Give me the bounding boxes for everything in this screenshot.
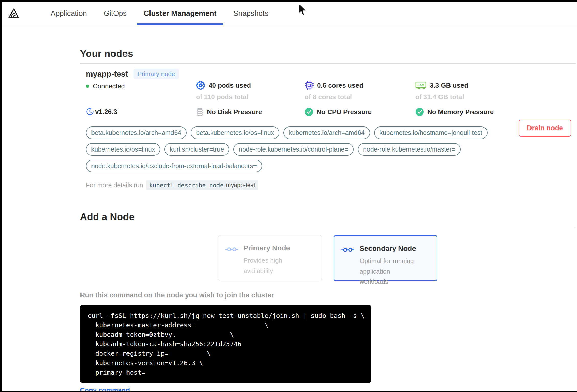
join-command-line: kubernetes-master-address= \: [88, 320, 369, 330]
disk-icon: [196, 108, 204, 116]
pods-stat: 40 pods used of 110 pods total: [196, 81, 305, 101]
join-command-block: curl -fsSL https://kurl.sh/jq-new-test-u…: [80, 305, 371, 383]
node-type-options: Primary Node Provides high availability: [80, 235, 576, 281]
tab-application[interactable]: Application: [44, 2, 94, 25]
tab-gitops[interactable]: GitOps: [97, 2, 133, 25]
version-icon: [86, 108, 94, 116]
join-command-line: primary-host=: [88, 368, 369, 377]
tab-application-label: Application: [51, 9, 87, 18]
node-label-pill: kubernetes.io/arch=amd64: [283, 126, 370, 139]
memory-pressure-condition: No Memory Pressure: [415, 108, 576, 116]
tab-snapshots-label: Snapshots: [233, 9, 268, 18]
your-nodes-title: Your nodes: [80, 48, 576, 59]
cpu-pressure-label: No CPU Pressure: [317, 108, 372, 116]
kubectl-command-node-name: myapp-test: [226, 182, 255, 189]
cpu-icon: [305, 81, 314, 90]
node-details-hint: For more details run kubectl describe no…: [86, 180, 576, 190]
node-labels: beta.kubernetes.io/arch=amd64 beta.kuber…: [86, 126, 520, 172]
cores-used-label: 0.5 cores used: [317, 82, 363, 89]
join-command-line: curl -fsSL https://kurl.sh/jq-new-test-u…: [88, 311, 369, 320]
primary-node-option-description: Provides high availability: [244, 255, 304, 276]
secondary-node-option[interactable]: Secondary Node Optimal for running appli…: [334, 235, 437, 281]
replicated-logo-icon[interactable]: [8, 8, 19, 19]
disk-pressure-label: No Disk Pressure: [207, 108, 262, 116]
drain-node-button[interactable]: Drain node: [519, 120, 571, 137]
primary-node-badge: Primary node: [134, 69, 179, 79]
cores-total-label: of 8 cores total: [305, 93, 415, 101]
node-status: Connected: [86, 82, 196, 90]
node-label-pill: kubernetes.io/hostname=jonquil-test: [374, 126, 488, 139]
primary-node-option[interactable]: Primary Node Provides high availability: [218, 235, 322, 281]
join-command-line: kubeadm-token-ca-hash=sha256:221d25746: [88, 339, 369, 349]
kubectl-command-chip: kubectl describe node myapp-test: [146, 180, 258, 190]
ram-icon: RAM: [415, 81, 426, 90]
pods-used-label: 40 pods used: [209, 82, 251, 89]
tab-snapshots[interactable]: Snapshots: [227, 2, 275, 25]
add-node-title: Add a Node: [80, 212, 576, 223]
node-label-pill: beta.kubernetes.io/os=linux: [191, 126, 279, 139]
details-prefix: For more details run: [86, 181, 143, 189]
pods-total-label: of 110 pods total: [196, 93, 305, 101]
main-content: Your nodes myapp-test Primary node Conne…: [80, 48, 576, 391]
primary-node-option-text: Primary Node Provides high availability: [244, 244, 304, 281]
secondary-node-option-description: Optimal for running application workload…: [360, 256, 420, 287]
memory-pressure-label: No Memory Pressure: [427, 108, 494, 116]
check-circle-icon: [305, 108, 313, 116]
kubectl-command: kubectl describe node: [149, 182, 224, 189]
node-version: v1.26.3: [86, 108, 196, 116]
node-label-pill: node-role.kubernetes.io/master=: [358, 143, 461, 156]
nav-tabs: Application GitOps Cluster Management Sn…: [44, 2, 279, 25]
secondary-node-option-title: Secondary Node: [360, 245, 420, 253]
node-label-pill: kurl.sh/cluster=true: [164, 143, 229, 156]
nodes-icon: [225, 247, 238, 281]
node-title-row: myapp-test Primary node: [86, 69, 576, 79]
node-status-label: Connected: [93, 82, 125, 90]
join-command-instruction: Run this command on the node you wish to…: [80, 291, 576, 299]
join-command-line: kubernetes-version=v1.26.3 \: [88, 358, 369, 368]
top-navbar: Application GitOps Cluster Management Sn…: [2, 2, 577, 25]
add-node-header: Add a Node: [80, 212, 576, 228]
node-label-pill: beta.kubernetes.io/arch=amd64: [86, 126, 187, 139]
node-label-pill: kubernetes.io/os=linux: [86, 143, 160, 156]
memory-used-label: 3.3 GB used: [430, 82, 468, 89]
disk-pressure-condition: No Disk Pressure: [196, 108, 305, 116]
cpu-pressure-condition: No CPU Pressure: [305, 108, 415, 116]
memory-stat: RAM 3.3 GB used of 31.4 GB total: [415, 81, 576, 101]
join-command-line: docker-registry-ip= \: [88, 349, 369, 358]
svg-text:RAM: RAM: [417, 83, 424, 87]
active-tab-underline: [137, 23, 223, 25]
check-circle-icon: [415, 108, 424, 116]
memory-total-label: of 31.4 GB total: [415, 93, 576, 101]
admin-console-window: Application GitOps Cluster Management Sn…: [2, 2, 577, 391]
join-command-line: kubeadm-token=0ztbvy. \: [88, 330, 369, 339]
copy-command-link[interactable]: Copy command: [80, 386, 130, 391]
node-version-label: v1.26.3: [95, 108, 117, 116]
node-label-pill: node.kubernetes.io/exclude-from-external…: [86, 160, 262, 172]
node-label-pill: node-role.kubernetes.io/control-plane=: [233, 143, 354, 156]
nodes-icon: [341, 247, 354, 280]
kubernetes-pods-icon: [196, 81, 205, 90]
your-nodes-header: Your nodes: [80, 48, 576, 64]
tab-cluster-management-label: Cluster Management: [144, 9, 216, 18]
node-name: myapp-test: [86, 70, 128, 79]
primary-node-option-title: Primary Node: [244, 244, 304, 252]
node-stats-grid: Connected: [86, 81, 576, 116]
secondary-node-option-text: Secondary Node Optimal for running appli…: [360, 245, 420, 280]
tab-cluster-management[interactable]: Cluster Management: [137, 2, 223, 25]
node-card: myapp-test Primary node Connected: [80, 69, 576, 190]
tab-gitops-label: GitOps: [104, 9, 127, 18]
cores-stat: 0.5 cores used of 8 cores total: [305, 81, 415, 101]
connected-dot-icon: [86, 85, 89, 88]
